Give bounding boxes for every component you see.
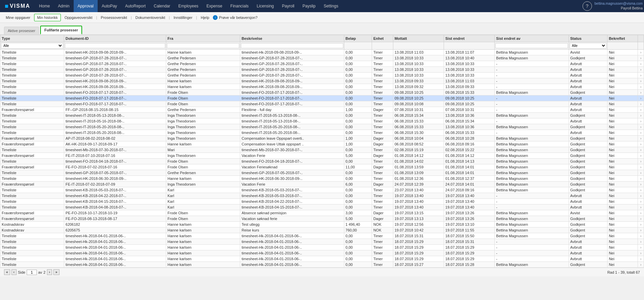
table-row[interactable]: Timelistetimesheet-GP-2018-07-05-2018-07… [0,170,644,176]
nav-admin[interactable]: Admin [54,0,74,12]
table-row[interactable]: Kostnadskrav6206182Hanne karlsenTest utl… [0,222,644,227]
table-row[interactable]: Timelistetimesheet-GP-2018-07-28-2018-07… [0,67,644,73]
row-expand-arrow[interactable]: › [638,222,644,227]
table-row[interactable]: Timelistetimesheet-IT-2018-05-20-2018-08… [0,124,644,130]
page-number-input[interactable] [27,270,37,275]
table-row[interactable]: Timelistetimesheet-IT-2018-05-16-2018-08… [0,118,644,124]
beta-badge[interactable]: i Prøve vår betaversjon? [213,15,257,20]
table-row[interactable]: FraværsforespørselFF--GP-2018-08-15-2018… [0,107,644,113]
table-row[interactable]: Timelistetimesheet-FO-2018-07-17-2018-07… [0,96,644,101]
row-expand-arrow[interactable]: › [638,130,644,136]
nav-calendar[interactable]: Calendar [150,0,174,12]
row-expand-arrow[interactable]: › [638,245,644,250]
table-row[interactable]: Timelistetimesheet-GP-2018-07-28-2018-07… [0,73,644,78]
row-expand-arrow[interactable]: › [638,159,644,164]
table-row[interactable]: Timelistetimesheet-KB-2018-05-03-2018-07… [0,187,644,193]
pagination-last-button[interactable]: » [53,269,59,275]
row-expand-arrow[interactable]: › [638,107,644,113]
pagination-prev-button[interactable]: ‹ [11,269,17,275]
table-row[interactable]: Timelistetimesheet-IT-2018-05-13-2018-08… [0,113,644,118]
beskrivelse-filter-input[interactable] [241,43,343,48]
nav-home[interactable]: Home [35,0,54,12]
row-expand-arrow[interactable]: › [638,216,644,222]
subnav-innstillinger[interactable]: Innstillinger [171,14,196,21]
table-row[interactable]: Timelistetimesheet-Hk-2018-04-01-2018-06… [0,250,644,256]
row-expand-arrow[interactable]: › [638,101,644,107]
row-expand-arrow[interactable]: › [638,250,644,256]
table-row[interactable]: Timelistetimesheet-KB-2018-04-08-2018-07… [0,204,644,210]
row-expand-arrow[interactable]: › [638,113,644,118]
subnav-prosessoversikt[interactable]: Prosessoversikt [98,14,130,21]
table-row[interactable]: Timelistetimesheet-KB-2018-04-22-2018-07… [0,193,644,199]
row-expand-arrow[interactable]: › [638,227,644,233]
table-row[interactable]: Timelistetimesheet-Mb-2018-07-30-2018-07… [0,147,644,153]
nav-payslip[interactable]: Payslip [298,0,320,12]
row-expand-arrow[interactable]: › [638,193,644,199]
dokument-id-filter-input[interactable] [65,43,165,48]
nav-autoreport[interactable]: AutoReport [121,0,150,12]
fra-filter-input[interactable] [167,43,239,48]
row-expand-arrow[interactable]: › [638,170,644,176]
type-filter-select[interactable]: Alle Timeliste Fraværsforespørsel Kostna… [1,43,63,49]
row-expand-arrow[interactable]: › [638,55,644,61]
row-expand-arrow[interactable]: › [638,176,644,182]
table-row[interactable]: FraværsforespørselAP-IT-2018-08-02-2018-… [0,136,644,141]
table-row[interactable]: FraværsforespørselFE-IT-2018-07-10-2018-… [0,153,644,159]
row-expand-arrow[interactable]: › [638,84,644,90]
table-row[interactable]: Timelistetimesheet-Hk-2018-04-01-2018-06… [0,233,644,239]
table-row[interactable]: Timelistetimesheet-KB-2018-04-15-2018-07… [0,199,644,204]
table-row[interactable]: Timelistetimesheet-GP-2018-07-28-2018-07… [0,61,644,67]
table-row[interactable]: Timelistetimesheet-Hk-2018-04-01-2018-06… [0,239,644,245]
nav-licensing[interactable]: Licensing [253,0,278,12]
nav-settings[interactable]: Settings [320,0,342,12]
table-row[interactable]: FraværsforespørselFE-FO-2018-08-13-2018-… [0,216,644,222]
nav-payroll[interactable]: Payroll [278,0,299,12]
status-filter-select[interactable]: Alle Avvist Godkjent Avbrutt [570,43,606,49]
row-expand-arrow[interactable]: › [638,78,644,84]
row-expand-arrow[interactable]: › [638,67,644,73]
subnav-mine-oppgaver[interactable]: Mine oppgaver [3,14,33,21]
row-expand-arrow[interactable]: › [638,73,644,78]
nav-employees[interactable]: Employees [174,0,202,12]
table-row[interactable]: Timelistetimesheet-Hk-2018-04-01-2018-06… [0,245,644,250]
row-expand-arrow[interactable]: › [638,187,644,193]
subnav-min-historikk[interactable]: Min historikk [34,14,61,21]
table-row[interactable]: Timelistetimesheet-HK-2018-09-08-2018-09… [0,50,644,55]
filter-sist-endret-av[interactable] [495,42,569,50]
row-expand-arrow[interactable]: › [638,50,644,55]
table-row[interactable]: Timelistetimesheet-IT-2018-05-20-2018-08… [0,130,644,136]
row-expand-arrow[interactable]: › [638,256,644,262]
subnav-hjelp[interactable]: Hjelp [198,14,212,21]
table-row[interactable]: Timelistetimesheet-Hk-2018-04-01-2018-06… [0,262,644,268]
table-row[interactable]: Timelistetimesheet-Hk-2018-04-01-2018-06… [0,256,644,262]
row-expand-arrow[interactable]: › [638,147,644,153]
row-expand-arrow[interactable]: › [638,61,644,67]
filter-status[interactable]: Alle Avvist Godkjent Avbrutt [569,42,607,50]
row-expand-arrow[interactable]: › [638,124,644,130]
tab-active-processes[interactable]: Aktive prosesser [4,27,39,34]
help-button[interactable]: ? [583,1,592,11]
table-row[interactable]: Timelistetimesheet-HK-2018-06-30-2018-09… [0,176,644,182]
table-row[interactable]: FraværsforespørselAK-HK-2018-09-17-2018-… [0,141,644,147]
table-row[interactable]: Timelistetimesheet-FO-2018-04-18-2018-07… [0,159,644,164]
table-row[interactable]: Kostnadskrav6205675Hanne karlsenReise ku… [0,227,644,233]
pagination-next-button[interactable]: › [47,269,52,275]
row-expand-arrow[interactable]: › [638,118,644,124]
logo[interactable]: ■ VISMA [1,0,34,12]
nav-financials[interactable]: Financials [226,0,253,12]
row-expand-arrow[interactable]: › [638,153,644,159]
row-expand-arrow[interactable]: › [638,204,644,210]
tab-completed-processes[interactable]: Fullførte prosesser [40,26,82,34]
row-expand-arrow[interactable]: › [638,90,644,96]
row-expand-arrow[interactable]: › [638,199,644,204]
filter-dokument-id[interactable] [64,42,166,50]
table-row[interactable]: Timelistetimesheet-HK-2018-09-08-2018-09… [0,84,644,90]
filter-beskrivelse[interactable] [240,42,344,50]
sist-endret-av-filter-input[interactable] [495,43,568,48]
user-info[interactable]: bettina.magnussen@visma.com Payroll Bett… [595,1,643,11]
row-expand-arrow[interactable]: › [638,141,644,147]
table-row[interactable]: Timelistetimesheet-FO-2018-07-17-2018-07… [0,101,644,107]
subnav-dokumentoversikt[interactable]: Dokumentoversikt [132,14,168,21]
table-row[interactable]: FraværsforespørselFE-IT-2018-07-02-2018-… [0,182,644,187]
filter-type[interactable]: Alle Timeliste Fraværsforespørsel Kostna… [0,42,64,50]
